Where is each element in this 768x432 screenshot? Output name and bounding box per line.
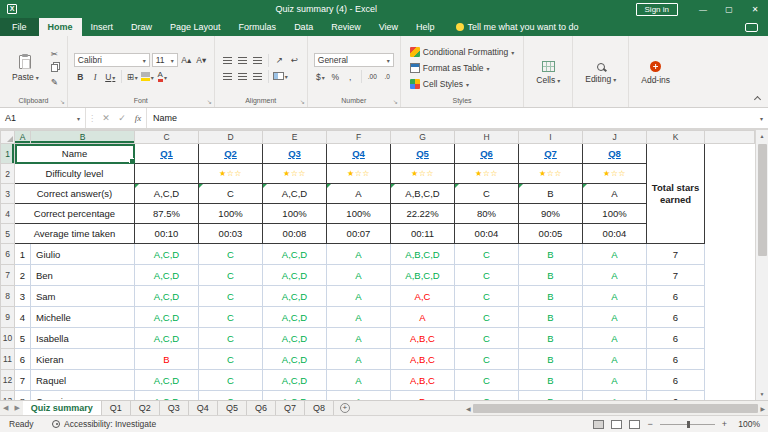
name-box[interactable]: A1 — [0, 108, 86, 128]
cell-answer[interactable]: A,C,D — [263, 265, 327, 286]
cell-student-number[interactable]: 1 — [15, 244, 31, 265]
cell-student-name[interactable]: Ben — [31, 265, 135, 286]
sheet-tab-q3[interactable]: Q3 — [160, 401, 189, 415]
orientation-button[interactable]: ↗ — [273, 54, 286, 67]
align-right-button[interactable] — [251, 70, 264, 83]
column-header-G[interactable]: G — [391, 131, 455, 144]
row-header-4[interactable]: 4 — [1, 204, 15, 224]
column-header-H[interactable]: H — [455, 131, 519, 144]
zoom-slider-thumb[interactable] — [687, 421, 690, 428]
zoom-slider[interactable] — [660, 424, 715, 425]
add-ins-button[interactable]: Add-ins — [635, 39, 676, 107]
sheet-tab-q2[interactable]: Q2 — [131, 401, 160, 415]
column-header-A[interactable]: A — [15, 131, 31, 144]
sheet-nav-left-button[interactable]: ◀ — [0, 401, 11, 415]
cell[interactable] — [705, 349, 755, 370]
cell-answer[interactable]: A — [327, 328, 391, 349]
cell[interactable] — [705, 307, 755, 328]
increase-font-size-button[interactable]: A▴ — [180, 54, 193, 67]
cell[interactable] — [135, 164, 199, 184]
comma-button[interactable]: , — [344, 70, 357, 83]
cell[interactable]: 100% — [263, 204, 327, 224]
cell-student-number[interactable]: 4 — [15, 307, 31, 328]
align-left-button[interactable] — [221, 70, 234, 83]
ribbon-tab-review[interactable]: Review — [322, 18, 370, 36]
formula-enter-button[interactable]: ✓ — [114, 108, 130, 128]
cell[interactable]: ★☆☆ — [519, 164, 583, 184]
cell-answer[interactable]: A,C,D — [135, 391, 199, 401]
cell-answer[interactable]: C — [455, 328, 519, 349]
column-header-B[interactable]: B — [31, 131, 135, 144]
cell-student-name[interactable]: Cosmin — [31, 391, 135, 401]
underline-button[interactable]: U — [104, 70, 117, 83]
cell[interactable]: 00:11 — [391, 224, 455, 244]
cell-answer[interactable]: C — [455, 391, 519, 401]
cell-answer[interactable]: C — [199, 286, 263, 307]
cell[interactable] — [705, 328, 755, 349]
cell-answer[interactable]: A,C,D — [263, 244, 327, 265]
cell[interactable]: ★☆☆ — [327, 164, 391, 184]
column-header-F[interactable]: F — [327, 131, 391, 144]
cell-answer[interactable]: C — [455, 349, 519, 370]
sheet-tab-q8[interactable]: Q8 — [305, 401, 334, 415]
cell[interactable] — [705, 265, 755, 286]
accessibility-status[interactable]: Accessibility: Investigate — [52, 419, 156, 429]
formula-bar-expand-button[interactable] — [755, 108, 768, 128]
cell[interactable]: 00:04 — [583, 224, 647, 244]
cell[interactable]: 80% — [455, 204, 519, 224]
bold-button[interactable]: B — [74, 70, 87, 83]
ribbon-tab-help[interactable]: Help — [407, 18, 444, 36]
cell-question-header[interactable]: Q2 — [199, 144, 263, 164]
cell[interactable]: B — [519, 184, 583, 204]
currency-button[interactable]: $ — [314, 70, 327, 83]
cell-answer[interactable]: A,C,D — [135, 307, 199, 328]
merge-center-button[interactable] — [273, 70, 288, 83]
cell-answer[interactable]: C — [455, 286, 519, 307]
new-sheet-button[interactable]: + — [340, 401, 350, 415]
collapse-ribbon-button[interactable] — [754, 95, 761, 102]
cell-answer[interactable]: A,C,D — [263, 307, 327, 328]
zoom-out-button[interactable]: − — [647, 419, 652, 429]
cell-answer[interactable]: B — [519, 328, 583, 349]
cell-answer[interactable]: A,C,D — [263, 349, 327, 370]
cell[interactable]: 00:08 — [263, 224, 327, 244]
cell[interactable]: 100% — [583, 204, 647, 224]
decrease-font-size-button[interactable]: A▾ — [195, 54, 208, 67]
cell-answer[interactable]: C — [199, 370, 263, 391]
scroll-up-button[interactable]: ▲ — [760, 130, 765, 142]
cell-answer[interactable]: C — [199, 244, 263, 265]
font-size-select[interactable]: 11 — [152, 53, 178, 67]
cell-answer[interactable]: A — [327, 349, 391, 370]
ribbon-tab-page-layout[interactable]: Page Layout — [161, 18, 230, 36]
cell-answer[interactable]: B — [519, 307, 583, 328]
cell-answer[interactable]: A,B,C — [391, 370, 455, 391]
cell[interactable] — [705, 224, 755, 244]
cell-student-name[interactable]: Isabella — [31, 328, 135, 349]
cell[interactable]: 00:10 — [135, 224, 199, 244]
cell[interactable]: A,B,C,D — [391, 184, 455, 204]
cell-answer[interactable]: A,C,D — [263, 370, 327, 391]
cell[interactable]: A,C,D — [135, 184, 199, 204]
row-header-6[interactable]: 6 — [1, 244, 15, 265]
font-color-button[interactable] — [156, 70, 169, 83]
sheet-tab-quiz-summary[interactable]: Quiz summary — [23, 401, 102, 415]
cell-student-name[interactable]: Giulio — [31, 244, 135, 265]
cell-answer[interactable]: B — [135, 349, 199, 370]
minimize-button[interactable]: — — [690, 0, 716, 18]
cell[interactable]: C — [199, 184, 263, 204]
row-header-8[interactable]: 8 — [1, 286, 15, 307]
column-header-J[interactable]: J — [583, 131, 647, 144]
wrap-text-button[interactable]: ↩ — [288, 54, 301, 67]
align-top-button[interactable] — [221, 54, 234, 67]
cell-answer[interactable]: A,C,D — [135, 370, 199, 391]
cell[interactable] — [705, 164, 755, 184]
cell[interactable]: 00:04 — [455, 224, 519, 244]
cell-question-header[interactable]: Q8 — [583, 144, 647, 164]
tell-me-search[interactable]: Tell me what you want to do — [456, 18, 579, 36]
align-bottom-button[interactable] — [251, 54, 264, 67]
zoom-level[interactable]: 100% — [734, 419, 760, 429]
sheet-tab-q1[interactable]: Q1 — [102, 401, 131, 415]
cell-answer[interactable]: B — [519, 286, 583, 307]
view-page-layout-button[interactable] — [611, 420, 622, 429]
comments-icon[interactable] — [745, 23, 758, 32]
